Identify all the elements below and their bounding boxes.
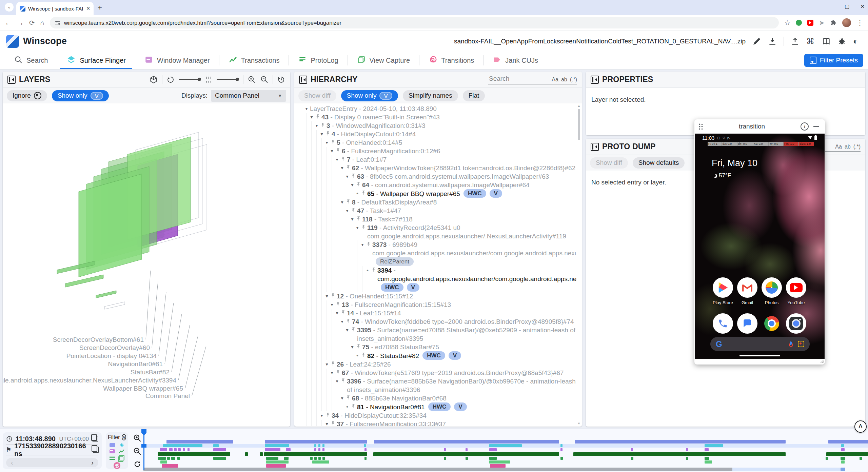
trace-segment-window-manager[interactable] bbox=[178, 448, 181, 451]
zoom-in-icon[interactable] bbox=[248, 75, 256, 84]
tab-window-manager[interactable]: Window Manager bbox=[135, 52, 219, 69]
trace-segment-surface-flinger[interactable] bbox=[318, 444, 320, 447]
tree-row[interactable]: ▾43 - Display 0 name="Built-in Screen"#4… bbox=[294, 113, 576, 121]
trace-segment-protolog[interactable] bbox=[705, 460, 712, 464]
match-word-toggle[interactable]: ab bbox=[845, 144, 851, 150]
trace-segment-transactions-detail[interactable] bbox=[489, 457, 497, 460]
trace-segment-window-manager[interactable] bbox=[631, 448, 633, 451]
expand-triangle-icon[interactable]: ▾ bbox=[354, 223, 361, 232]
tree-row[interactable]: ▾26 - Leaf:24:25#26 bbox=[294, 360, 576, 369]
url-bar[interactable]: winscope.teams.x20web.corp.google.com/pr… bbox=[50, 17, 779, 28]
window-manager-trace-icon[interactable] bbox=[110, 449, 115, 453]
info-icon[interactable]: i bbox=[801, 122, 809, 131]
tree-row[interactable]: ▾3373 - 6989b49 com.google.android.apps.… bbox=[294, 240, 576, 266]
bookmark-star-icon[interactable]: ☆ bbox=[784, 19, 790, 27]
simplify-names-button[interactable]: Simplify names bbox=[403, 90, 458, 101]
trace-segment-transactions-detail[interactable] bbox=[177, 457, 180, 460]
expand-triangle-icon[interactable]: ▾ bbox=[344, 326, 351, 334]
site-settings-icon[interactable] bbox=[55, 20, 61, 25]
proto-show-diff-button[interactable]: Show diff bbox=[590, 157, 628, 169]
trace-segment-protolog[interactable] bbox=[489, 460, 510, 464]
rotation-slider[interactable] bbox=[179, 79, 201, 80]
regex-toggle[interactable]: (.*) bbox=[853, 144, 861, 150]
tree-row[interactable]: ▾68 - 885b63e NavigationBar0#68 bbox=[294, 394, 576, 402]
tab-view-capture[interactable]: View Capture bbox=[348, 52, 419, 69]
trace-segment-transactions-detail[interactable] bbox=[826, 457, 828, 460]
app-youtube[interactable]: YouTube bbox=[784, 277, 808, 305]
trace-segment-surface-flinger[interactable] bbox=[560, 444, 563, 447]
expand-triangle-icon[interactable]: ▾ bbox=[334, 155, 340, 164]
trace-segment-protolog[interactable] bbox=[841, 460, 845, 464]
expand-triangle-icon[interactable]: ▾ bbox=[329, 147, 335, 155]
timeline-reset-zoom-icon[interactable] bbox=[133, 460, 141, 468]
displays-dropdown[interactable]: Common Panel ▼ bbox=[211, 90, 286, 102]
trace-segment-screen-recording[interactable] bbox=[828, 440, 868, 444]
window-minimize-icon[interactable]: — bbox=[829, 3, 834, 9]
show-defaults-button[interactable]: Show defaults bbox=[633, 157, 685, 169]
tree-row[interactable]: ▾63 - 8fb0ec5 com.android.systemui.wallp… bbox=[294, 172, 576, 181]
layers-show-only-button[interactable]: Show onlyV bbox=[52, 90, 109, 101]
tree-row[interactable]: ▾13 - FullscreenMagnification:15:15#13 bbox=[294, 300, 576, 309]
tree-row[interactable]: ▾4 - HideDisplayCutout:0:14#4 bbox=[294, 130, 576, 138]
transition-window[interactable]: transition i 11:03 ▢ ▽ ▷ P: 0 / 1dX: 0.0… bbox=[694, 119, 825, 365]
trace-segment-window-manager[interactable] bbox=[444, 448, 446, 451]
trace-segment-window-manager[interactable] bbox=[705, 448, 709, 451]
trace-segment-transactions-detail[interactable] bbox=[466, 457, 468, 460]
trace-segment-window-manager[interactable] bbox=[841, 448, 845, 451]
copy-ns-icon[interactable] bbox=[93, 447, 99, 453]
shortcuts-icon[interactable]: ⌘ bbox=[806, 37, 815, 46]
drag-handle-icon[interactable] bbox=[698, 123, 703, 130]
trace-segment-transactions-detail[interactable] bbox=[560, 457, 563, 460]
scroll-down-icon[interactable]: ▼ bbox=[577, 422, 580, 425]
trace-segment-transactions-detail[interactable] bbox=[158, 457, 166, 460]
transitions-trace-icon[interactable] bbox=[114, 462, 120, 469]
back-icon[interactable]: ← bbox=[5, 19, 12, 27]
collapse-panel-icon[interactable] bbox=[591, 143, 599, 151]
tree-row[interactable]: ▾6 - FullscreenMagnification:0:12#6 bbox=[294, 147, 576, 155]
trace-segment-window-manager[interactable] bbox=[160, 448, 167, 451]
trace-segment-transactions-detail[interactable] bbox=[284, 457, 289, 460]
documentation-book-icon[interactable] bbox=[822, 37, 831, 46]
trace-segment-window-manager[interactable] bbox=[174, 448, 177, 451]
app-gmail[interactable]: Gmail bbox=[735, 277, 760, 305]
trace-segment-transactions[interactable] bbox=[260, 452, 263, 456]
trace-segment-transactions-detail[interactable] bbox=[310, 457, 313, 460]
transactions-trace-icon[interactable] bbox=[119, 449, 125, 453]
extensions-puzzle-icon[interactable] bbox=[830, 19, 837, 26]
tab-close-icon[interactable]: ✕ bbox=[86, 6, 90, 11]
trace-segment-protolog[interactable] bbox=[160, 460, 167, 464]
copy-time-icon[interactable] bbox=[93, 436, 98, 442]
reset-view-icon[interactable] bbox=[277, 75, 285, 84]
app-camera[interactable] bbox=[784, 313, 808, 334]
trace-segment-transactions[interactable] bbox=[373, 452, 559, 456]
expand-triangle-icon[interactable]: ▾ bbox=[349, 181, 356, 189]
match-word-toggle[interactable]: ab bbox=[561, 77, 567, 83]
tree-row[interactable]: ▾LayerTraceEntry - 2024-05-10, 11:03:48.… bbox=[294, 104, 576, 113]
tree-row[interactable]: ▾75 - ed70f88 StatusBar#75 bbox=[294, 343, 576, 351]
expand-triangle-icon[interactable]: ▾ bbox=[323, 420, 330, 426]
screen-recording-trace-icon[interactable] bbox=[110, 443, 115, 447]
expand-triangle-icon[interactable]: ▾ bbox=[323, 360, 330, 369]
tree-row[interactable]: •81 - NavigationBar0#81HWCV bbox=[294, 402, 576, 411]
tree-row[interactable]: ▾34 - HideDisplayCutout:32:35#34 bbox=[294, 411, 576, 420]
filter-presets-button[interactable]: Filter Presets bbox=[804, 54, 863, 67]
timeline-zoom-out-icon[interactable] bbox=[133, 447, 142, 456]
expand-triangle-icon[interactable]: ▾ bbox=[303, 104, 310, 113]
expand-triangle-icon[interactable]: ▾ bbox=[334, 377, 340, 386]
tab-search-chevron-icon[interactable]: ⌄ bbox=[5, 3, 14, 12]
transition-window-titlebar[interactable]: transition i bbox=[694, 119, 825, 134]
tree-row[interactable]: ▾3 - WindowedMagnification:0:31#3 bbox=[294, 121, 576, 130]
filter-collapse-icon[interactable]: ᐱ bbox=[122, 434, 126, 440]
trace-segment-transactions[interactable] bbox=[573, 452, 786, 456]
expand-triangle-icon[interactable]: ▾ bbox=[308, 113, 315, 121]
lens-icon[interactable] bbox=[798, 341, 804, 347]
hierarchy-show-only-button[interactable]: Show onlyV bbox=[341, 90, 398, 101]
tree-row[interactable]: ▾12 - OneHanded:15:15#12 bbox=[294, 292, 576, 300]
trace-segment-window-manager[interactable] bbox=[188, 448, 190, 451]
trace-segment-transactions-detail[interactable] bbox=[444, 457, 446, 460]
trace-segment-transactions-detail[interactable] bbox=[314, 457, 317, 460]
new-tab-button[interactable]: + bbox=[98, 4, 102, 12]
ignore-button[interactable]: Ignore bbox=[7, 90, 47, 101]
tab-transitions[interactable]: Transitions bbox=[419, 52, 483, 69]
tab-jank-cujs[interactable]: Jank CUJs bbox=[484, 52, 547, 69]
